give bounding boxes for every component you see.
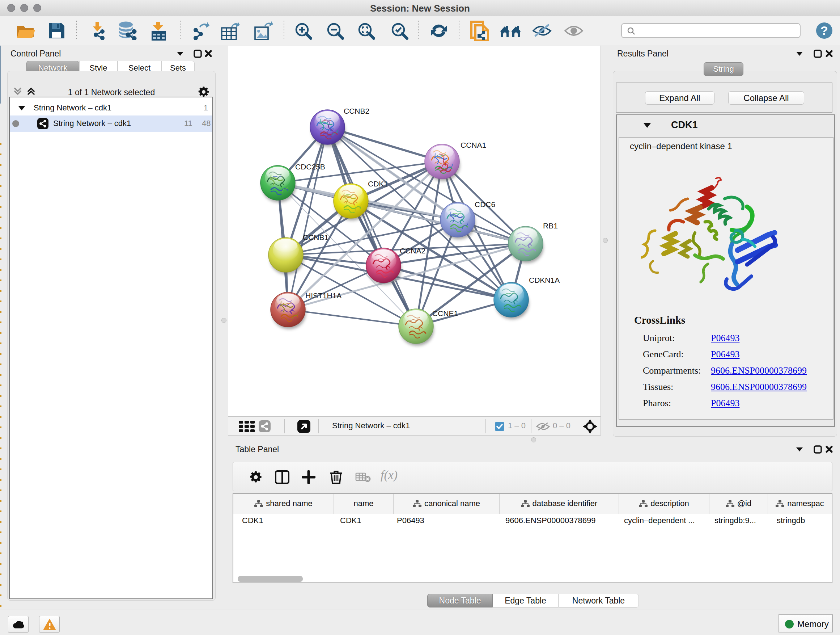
svg-text:CDKN1A: CDKN1A (529, 276, 560, 284)
svg-text:CCNE1: CCNE1 (432, 309, 458, 318)
svg-text:CDC6: CDC6 (475, 200, 495, 209)
svg-text:CCNB1: CCNB1 (303, 233, 328, 241)
svg-text:CDK1: CDK1 (368, 180, 388, 188)
svg-text:CDC25B: CDC25B (295, 163, 325, 171)
svg-text:CCNA2: CCNA2 (400, 247, 425, 255)
svg-text:HIST1H1A: HIST1H1A (305, 291, 341, 300)
svg-text:CCNA1: CCNA1 (461, 141, 486, 149)
svg-text:RB1: RB1 (543, 222, 558, 230)
svg-text:CCNB2: CCNB2 (344, 107, 369, 115)
